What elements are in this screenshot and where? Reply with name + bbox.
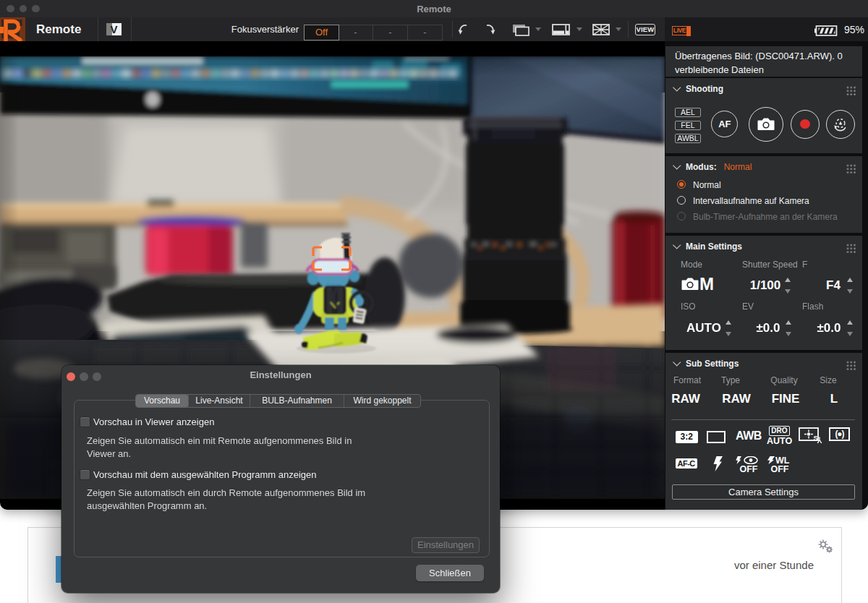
svg-text:S: S: [814, 435, 818, 442]
